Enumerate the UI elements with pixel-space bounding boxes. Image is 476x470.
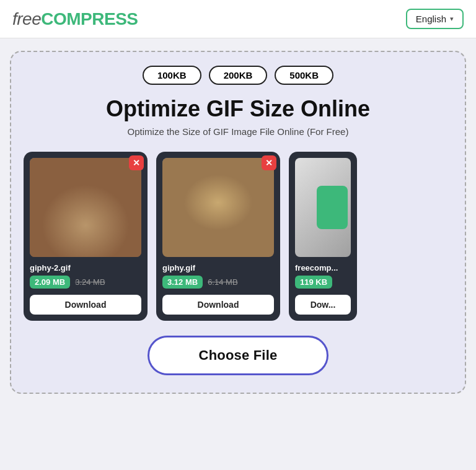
cat-image-2 — [162, 158, 274, 257]
original-size-2: 6.14 MB — [208, 277, 237, 287]
file-card-3: freecomp... 119 KB Dow... — [289, 152, 357, 321]
remove-file-1-button[interactable]: ✕ — [129, 155, 144, 170]
original-size-1: 3.24 MB — [75, 277, 105, 287]
language-label: English — [416, 14, 446, 24]
file-thumbnail-3 — [295, 158, 351, 257]
logo-free-text: free — [12, 9, 41, 28]
main-content: 100KB 200KB 500KB Optimize GIF Size Onli… — [0, 38, 476, 406]
size-pill-100kb[interactable]: 100KB — [143, 66, 201, 85]
choose-file-button[interactable]: Choose File — [148, 336, 329, 375]
compressed-size-1: 2.09 MB — [30, 276, 70, 289]
page-subtitle: Optimize the Size of GIF Image File Onli… — [24, 126, 452, 137]
file-sizes-1: 2.09 MB 3.24 MB — [30, 276, 141, 289]
file-card-2: ✕ giphy.gif 3.12 MB 6.14 MB Download — [156, 152, 280, 321]
file-name-3: freecomp... — [295, 263, 351, 272]
file-name-1: giphy-2.gif — [30, 263, 141, 272]
file-card-1: ✕ giphy-2.gif 2.09 MB 3.24 MB Download — [24, 152, 148, 321]
compressed-size-3: 119 KB — [295, 276, 332, 289]
header: freeCOMPRESS English ▾ — [0, 0, 476, 38]
file-thumbnail-2 — [162, 158, 274, 257]
size-pill-200kb[interactable]: 200KB — [209, 66, 268, 85]
file-sizes-2: 3.12 MB 6.14 MB — [162, 276, 274, 289]
file-sizes-3: 119 KB — [295, 276, 351, 289]
remove-file-2-button[interactable]: ✕ — [262, 155, 276, 170]
files-row: ✕ giphy-2.gif 2.09 MB 3.24 MB Download ✕… — [24, 152, 452, 321]
page-title: Optimize GIF Size Online — [24, 96, 452, 121]
size-pill-500kb[interactable]: 500KB — [275, 66, 333, 85]
upload-card: 100KB 200KB 500KB Optimize GIF Size Onli… — [10, 51, 466, 394]
chevron-down-icon: ▾ — [450, 15, 454, 23]
file-name-2: giphy.gif — [162, 263, 274, 272]
cat-image-1 — [30, 158, 141, 257]
green-accent — [317, 186, 348, 229]
download-button-2[interactable]: Download — [162, 295, 274, 315]
file-thumbnail-1 — [30, 158, 141, 257]
logo: freeCOMPRESS — [12, 9, 138, 29]
language-selector[interactable]: English ▾ — [406, 9, 464, 29]
file-image-3 — [295, 158, 351, 257]
download-button-1[interactable]: Download — [30, 295, 141, 315]
compressed-size-2: 3.12 MB — [162, 276, 203, 289]
size-pills-row: 100KB 200KB 500KB — [24, 66, 452, 85]
download-button-3[interactable]: Dow... — [295, 295, 351, 315]
choose-file-area: Choose File — [24, 336, 452, 375]
logo-compress-text: COMPRESS — [41, 9, 138, 28]
